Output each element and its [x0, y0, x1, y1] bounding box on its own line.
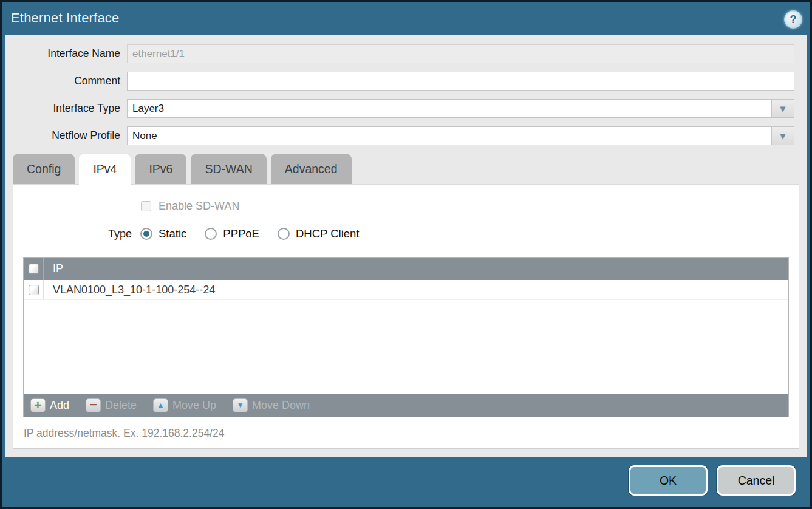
move-up-button[interactable]: ▲ Move Up: [153, 398, 216, 412]
arrow-up-icon: ▲: [153, 398, 168, 412]
radio-static-label: Static: [159, 227, 186, 241]
interface-type-value: Layer3: [128, 103, 771, 115]
enable-sdwan-row: Enable SD-WAN: [141, 200, 799, 213]
interface-name-label: Interface Name: [5, 47, 127, 60]
minus-icon: −: [86, 398, 101, 412]
netflow-profile-value: None: [128, 130, 771, 142]
comment-row: Comment: [5, 72, 794, 91]
table-row[interactable]: VLAN0100_L3_10-1-100-254--24: [24, 280, 788, 300]
enable-sdwan-checkbox: [141, 201, 151, 211]
row-checkbox[interactable]: [29, 285, 39, 295]
ip-table-toolbar: + Add − Delete ▲ Move Up ▼: [24, 394, 788, 417]
interface-type-row: Interface Type Layer3 ▼: [5, 99, 794, 118]
chevron-down-icon: ▼: [779, 104, 788, 113]
dialog-footer-buttons: OK Cancel: [629, 465, 796, 496]
tab-sdwan[interactable]: SD-WAN: [191, 154, 266, 184]
interface-type-dropdown-button[interactable]: ▼: [771, 100, 794, 117]
radio-dhcp-client-label: DHCP Client: [296, 227, 360, 241]
type-radio-group: Type Static PPPoE DHCP Client: [108, 227, 799, 241]
ip-row-value: VLAN0100_L3_10-1-100-254--24: [44, 284, 215, 296]
ipv4-tab-panel: Enable SD-WAN Type Static PPPoE DHCP Cli…: [13, 184, 799, 449]
ip-table: IP VLAN0100_L3_10-1-100-254--24 +: [23, 257, 789, 417]
move-down-button-label: Move Down: [252, 399, 310, 412]
arrow-down-icon: ▼: [233, 398, 248, 412]
radio-pppoe[interactable]: [205, 228, 217, 240]
dialog-title: Ethernet Interface: [11, 10, 119, 26]
dialog-content: Interface Name Comment Interface Type La…: [5, 35, 807, 457]
radio-dhcp-client[interactable]: [278, 228, 290, 240]
comment-label: Comment: [5, 75, 127, 87]
ok-button[interactable]: OK: [629, 465, 708, 496]
enable-sdwan-label: Enable SD-WAN: [159, 200, 239, 213]
interface-type-label: Interface Type: [5, 102, 127, 115]
radio-static[interactable]: [140, 228, 152, 240]
interface-name-field: [127, 44, 794, 63]
select-all-checkbox[interactable]: [29, 264, 39, 274]
dialog-frame: Ethernet Interface ? Interface Name Comm…: [2, 2, 810, 507]
ip-netmask-hint: IP address/netmask. Ex. 192.168.2.254/24: [24, 427, 799, 440]
tab-ipv4[interactable]: IPv4: [79, 154, 131, 185]
radio-pppoe-label: PPPoE: [223, 227, 259, 241]
tab-bar: Config IPv4 IPv6 SD-WAN Advanced: [13, 154, 807, 184]
plus-icon: +: [30, 398, 46, 412]
cancel-button[interactable]: Cancel: [717, 465, 796, 496]
delete-button-label: Delete: [105, 399, 137, 412]
ip-table-body: VLAN0100_L3_10-1-100-254--24: [24, 280, 788, 394]
comment-field[interactable]: [127, 72, 794, 91]
dialog-titlebar: Ethernet Interface: [2, 2, 810, 35]
radio-option-pppoe[interactable]: PPPoE: [205, 227, 259, 241]
move-up-button-label: Move Up: [172, 399, 216, 412]
help-icon[interactable]: ?: [784, 10, 802, 29]
add-button-label: Add: [50, 399, 69, 412]
netflow-profile-row: Netflow Profile None ▼: [5, 126, 794, 145]
interface-name-row: Interface Name: [5, 44, 794, 63]
delete-button[interactable]: − Delete: [86, 398, 137, 412]
row-checkbox-cell: [24, 280, 44, 299]
chevron-down-icon: ▼: [779, 131, 788, 140]
interface-form: Interface Name Comment Interface Type La…: [5, 35, 807, 145]
type-label: Type: [108, 228, 132, 241]
radio-option-static[interactable]: Static: [140, 227, 186, 241]
netflow-profile-label: Netflow Profile: [5, 129, 127, 142]
netflow-profile-dropdown-button[interactable]: ▼: [771, 127, 794, 145]
tab-ipv6[interactable]: IPv6: [135, 154, 186, 184]
header-checkbox-cell: [24, 258, 44, 280]
netflow-profile-select[interactable]: None ▼: [127, 126, 794, 145]
tab-advanced[interactable]: Advanced: [271, 154, 352, 184]
move-down-button[interactable]: ▼ Move Down: [233, 398, 310, 412]
ip-table-header: IP: [24, 258, 788, 280]
ethernet-interface-dialog: Ethernet Interface ? Interface Name Comm…: [0, 0, 812, 509]
radio-option-dhcp-client[interactable]: DHCP Client: [278, 227, 360, 241]
tab-config[interactable]: Config: [13, 154, 75, 184]
add-button[interactable]: + Add: [30, 398, 69, 412]
ip-column-header: IP: [44, 262, 63, 275]
interface-type-select[interactable]: Layer3 ▼: [127, 99, 794, 118]
